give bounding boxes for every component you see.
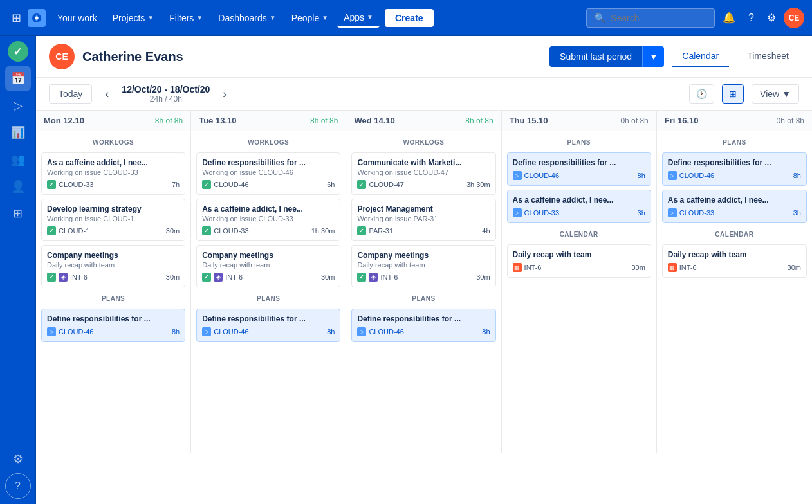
card-subtitle: Working on issue CLOUD-46	[202, 168, 335, 176]
plans-label-tue: PLANS	[196, 292, 340, 305]
logo[interactable]	[28, 9, 46, 27]
card-title: Daily recap with team	[668, 250, 801, 259]
notifications-icon[interactable]: 🔔	[717, 8, 741, 28]
card-title: Define responsibilities for ...	[513, 158, 645, 167]
card-title: Communicate with Marketi...	[357, 158, 490, 167]
nav-dashboards[interactable]: Dashboards ▼	[212, 9, 282, 27]
nav-your-work[interactable]: Your work	[51, 9, 104, 27]
card-title: Define responsibilities for ...	[47, 314, 180, 323]
sidebar-people-icon[interactable]: 👥	[5, 147, 31, 172]
worklogs-label-wed: WORKLOGS	[351, 136, 495, 148]
worklog-card[interactable]: As a caffeine addict, I nee... Working o…	[196, 199, 340, 241]
time-view-icon-button[interactable]: 🕐	[689, 84, 714, 104]
submit-group: Submit last period ▼	[549, 46, 664, 67]
tue-hours: 8h of 8h	[310, 116, 338, 125]
date-range-label: 12/Oct/20 - 18/Oct/20	[122, 84, 210, 94]
story-icon: ✓	[47, 180, 56, 189]
search-box[interactable]: 🔍	[586, 8, 715, 28]
nav-apps[interactable]: Apps ▼	[337, 8, 380, 28]
date-range-display: 12/Oct/20 - 18/Oct/20 24h / 40h	[122, 84, 210, 104]
plan-card[interactable]: Define responsibilities for ... ▷ CLOUD-…	[196, 309, 340, 342]
submit-last-period-button[interactable]: Submit last period	[549, 46, 642, 67]
card-title: As a caffeine addict, I nee...	[513, 195, 645, 204]
card-title: Daily recap with team	[513, 250, 645, 259]
card-title: Develop learning strategy	[47, 204, 180, 213]
grid-icon[interactable]: ⊞	[8, 7, 25, 29]
tab-timesheet[interactable]: Timesheet	[737, 46, 799, 68]
card-title: Company meetings	[202, 251, 335, 260]
card-subtitle: Working on issue CLOUD-47	[357, 168, 490, 176]
calendar-event-icon: ▦	[668, 263, 677, 272]
day-header-fri: Fri 16.10 0h of 8h	[657, 111, 812, 130]
card-title: Define responsibilities for ...	[202, 314, 335, 323]
plan-card[interactable]: Define responsibilities for ... ▷ CLOUD-…	[41, 309, 185, 342]
plan-card[interactable]: As a caffeine addict, I nee... ▷ CLOUD-3…	[662, 190, 807, 223]
chevron-down-icon: ▼	[196, 14, 203, 21]
worklog-card[interactable]: Define responsibilities for ... Working …	[196, 152, 340, 195]
calendar-event-card[interactable]: Daily recap with team ▦ INT-6 30m	[662, 244, 807, 278]
sidebar-grid-icon[interactable]: ⊞	[5, 201, 31, 226]
task-icon: ▷	[202, 327, 211, 336]
task-icon: ▷	[513, 208, 522, 217]
card-subtitle: Daily recap with team	[357, 261, 490, 269]
cal-toolbar: Today ‹ 12/Oct/20 - 18/Oct/20 24h / 40h …	[36, 78, 812, 111]
worklog-card[interactable]: Company meetings Daily recap with team ✓…	[196, 245, 340, 287]
task-icon: ▷	[668, 208, 677, 217]
submit-dropdown-button[interactable]: ▼	[642, 46, 664, 67]
sidebar-chart-icon[interactable]: 📊	[5, 120, 31, 145]
sidebar-help-icon[interactable]: ?	[5, 473, 31, 499]
day-header-tue: Tue 13.10 8h of 8h	[191, 111, 346, 130]
main-content: CE Catherine Evans Submit last period ▼ …	[36, 36, 812, 504]
create-button[interactable]: Create	[385, 9, 434, 27]
worklog-card[interactable]: Communicate with Marketi... Working on i…	[351, 152, 495, 195]
help-icon[interactable]: ?	[743, 8, 759, 28]
plan-card[interactable]: Define responsibilities for ... ▷ CLOUD-…	[351, 309, 495, 342]
search-input[interactable]	[611, 13, 706, 23]
calendar-event-card[interactable]: Daily recap with team ▦ INT-6 30m	[507, 244, 651, 278]
card-title: As a caffeine addict, I nee...	[202, 204, 335, 213]
worklog-card[interactable]: Develop learning strategy Working on iss…	[41, 199, 185, 241]
sidebar-play-icon[interactable]: ▷	[5, 93, 31, 118]
worklog-card[interactable]: As a caffeine addict, I nee... Working o…	[41, 152, 185, 195]
card-time: 8h	[172, 328, 180, 336]
today-button[interactable]: Today	[49, 84, 92, 104]
nav-projects[interactable]: Projects ▼	[106, 9, 160, 27]
worklog-card[interactable]: Company meetings Daily recap with team ✓…	[41, 245, 185, 287]
chevron-down-icon: ▼	[270, 14, 276, 21]
next-period-button[interactable]: ›	[217, 85, 232, 104]
wed-hours: 8h of 8h	[465, 116, 493, 125]
plans-label-wed: PLANS	[351, 292, 495, 305]
card-title: As a caffeine addict, I nee...	[668, 195, 801, 204]
plan-card[interactable]: As a caffeine addict, I nee... ▷ CLOUD-3…	[507, 190, 651, 223]
tab-calendar[interactable]: Calendar	[672, 46, 729, 68]
day-header-thu: Thu 15.10 0h of 8h	[502, 111, 657, 130]
task-icon: ▷	[513, 171, 522, 180]
page-header: CE Catherine Evans Submit last period ▼ …	[36, 36, 812, 78]
nav-people[interactable]: People ▼	[285, 9, 335, 27]
sidebar-settings-icon[interactable]: ⚙	[5, 446, 31, 472]
prev-period-button[interactable]: ‹	[100, 85, 114, 104]
plan-card[interactable]: Define responsibilities for ... ▷ CLOUD-…	[507, 152, 651, 186]
worklogs-label-tue: WORKLOGS	[196, 136, 340, 148]
worklog-card[interactable]: Project Management Working on issue PAR-…	[351, 199, 495, 241]
sidebar-person-icon[interactable]: 👤	[5, 174, 31, 199]
card-subtitle: Daily recap with team	[47, 261, 180, 269]
calendar-label-fri: CALENDAR	[662, 228, 807, 240]
nav-filters[interactable]: Filters ▼	[163, 9, 209, 27]
card-subtitle: Working on issue CLOUD-33	[202, 215, 335, 222]
story-icon: ✓	[202, 226, 211, 235]
sidebar-calendar-icon[interactable]: 📅	[5, 66, 31, 91]
plan-card[interactable]: Define responsibilities for ... ▷ CLOUD-…	[662, 152, 807, 186]
view-dropdown-button[interactable]: View ▼	[752, 84, 799, 104]
settings-icon[interactable]: ⚙	[762, 8, 781, 28]
calendar-body: Mon 12.10 8h of 8h Tue 13.10 8h of 8h We…	[36, 111, 812, 504]
page-avatar: CE	[49, 44, 75, 69]
worklog-card[interactable]: Company meetings Daily recap with team ✓…	[351, 245, 495, 287]
worklogs-label-mon: WORKLOGS	[41, 136, 185, 148]
card-time: 30m	[166, 227, 180, 235]
user-avatar[interactable]: CE	[784, 8, 804, 28]
sidebar-check-icon[interactable]: ✓	[8, 41, 28, 62]
chevron-down-icon: ▼	[322, 14, 328, 21]
sprint-icon: ◈	[369, 273, 378, 282]
grid-view-icon-button[interactable]: ⊞	[722, 84, 744, 104]
